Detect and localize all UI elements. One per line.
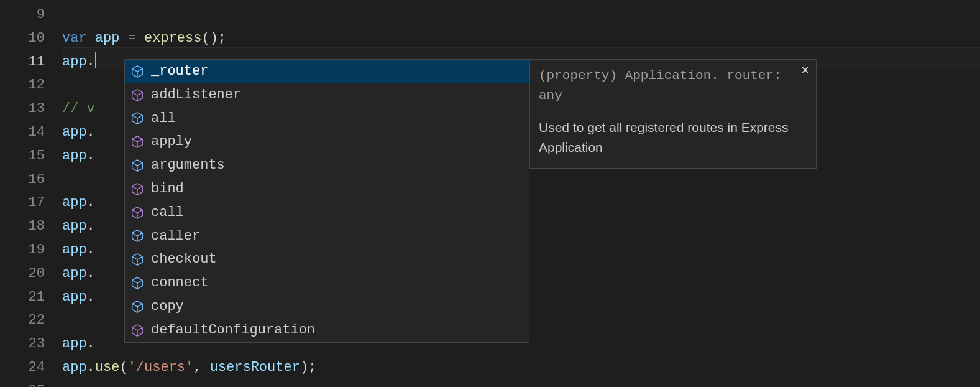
line-number: 10	[0, 27, 45, 50]
suggestion-item[interactable]: checkout	[125, 248, 529, 271]
suggestion-label: addListener	[151, 83, 241, 107]
text-cursor	[95, 52, 96, 68]
field-icon	[130, 158, 145, 173]
line-number: 24	[0, 356, 45, 380]
details-signature: (property) Application._router: any	[539, 66, 807, 105]
line-number: 17	[0, 191, 45, 215]
intellisense-suggest-widget[interactable]: _routeraddListenerallapplyargumentsbindc…	[124, 59, 529, 343]
line-number: 23	[0, 332, 45, 356]
line-number-gutter: 910111213141516171819202122232425	[0, 0, 62, 387]
method-icon	[130, 88, 145, 103]
code-line: app.use('/users', usersRouter);	[62, 356, 980, 380]
suggestion-label: bind	[151, 177, 184, 201]
intellisense-details-widget: ✕ (property) Application._router: any Us…	[529, 59, 817, 169]
method-icon	[130, 323, 145, 338]
suggestion-label: copy	[151, 295, 184, 319]
suggestion-label: call	[151, 201, 184, 225]
field-icon	[130, 276, 145, 291]
suggestion-item[interactable]: all	[125, 107, 529, 131]
suggestion-item[interactable]: copy	[125, 295, 529, 319]
suggestion-label: apply	[151, 130, 192, 154]
line-number: 21	[0, 286, 45, 309]
suggestion-item[interactable]: arguments	[125, 154, 529, 177]
suggestion-label: checkout	[151, 248, 217, 271]
field-icon	[130, 299, 145, 314]
method-icon	[130, 134, 145, 149]
code-line: var app = express();	[62, 27, 980, 50]
line-number: 16	[0, 168, 45, 192]
line-number: 18	[0, 215, 45, 238]
method-icon	[130, 182, 145, 197]
line-number: 9	[0, 3, 45, 27]
code-line	[62, 380, 980, 387]
close-icon[interactable]: ✕	[800, 63, 810, 77]
line-number: 13	[0, 97, 45, 121]
line-number: 14	[0, 121, 45, 144]
line-number: 20	[0, 262, 45, 286]
line-number: 22	[0, 309, 45, 332]
suggestion-item[interactable]: _router	[125, 60, 529, 83]
line-number: 15	[0, 144, 45, 168]
suggestion-label: arguments	[151, 154, 225, 177]
suggestion-item[interactable]: call	[125, 201, 529, 225]
field-icon	[130, 228, 145, 243]
method-icon	[130, 205, 145, 220]
suggestion-item[interactable]: defaultConfiguration	[125, 319, 529, 342]
suggestion-label: _router	[151, 60, 208, 83]
suggestion-item[interactable]: bind	[125, 177, 529, 201]
line-number: 19	[0, 238, 45, 262]
line-number: 25	[0, 380, 45, 387]
suggestion-item[interactable]: addListener	[125, 83, 529, 107]
suggestion-label: defaultConfiguration	[151, 319, 315, 342]
field-icon	[130, 111, 145, 126]
line-number: 11	[0, 50, 45, 74]
suggestion-item[interactable]: caller	[125, 225, 529, 248]
suggestion-label: connect	[151, 271, 208, 295]
field-icon	[130, 64, 145, 79]
suggestion-label: all	[151, 107, 176, 131]
suggestion-item[interactable]: connect	[125, 271, 529, 295]
field-icon	[130, 252, 145, 267]
suggestion-item[interactable]: apply	[125, 130, 529, 154]
code-line	[62, 3, 980, 27]
suggestion-label: caller	[151, 225, 200, 248]
details-documentation: Used to get all registered routes in Exp…	[539, 118, 807, 157]
line-number: 12	[0, 73, 45, 97]
